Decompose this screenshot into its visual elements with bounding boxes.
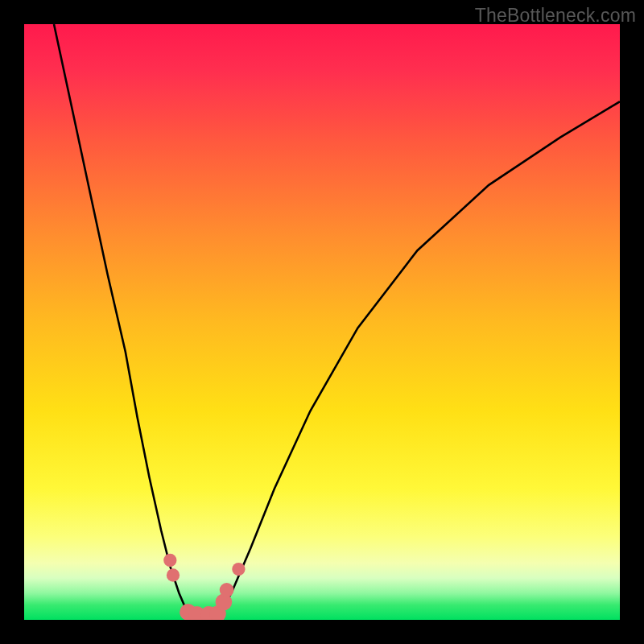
right-curve bbox=[221, 101, 620, 613]
watermark-label: TheBottleneck.com bbox=[475, 5, 636, 27]
bottleneck-curves bbox=[24, 24, 620, 620]
data-dot bbox=[163, 554, 176, 567]
left-curve bbox=[54, 24, 188, 614]
data-dot bbox=[167, 568, 180, 581]
data-dot bbox=[220, 583, 234, 597]
data-dot bbox=[232, 563, 245, 576]
data-dots bbox=[163, 554, 245, 620]
plot-frame bbox=[24, 24, 620, 620]
